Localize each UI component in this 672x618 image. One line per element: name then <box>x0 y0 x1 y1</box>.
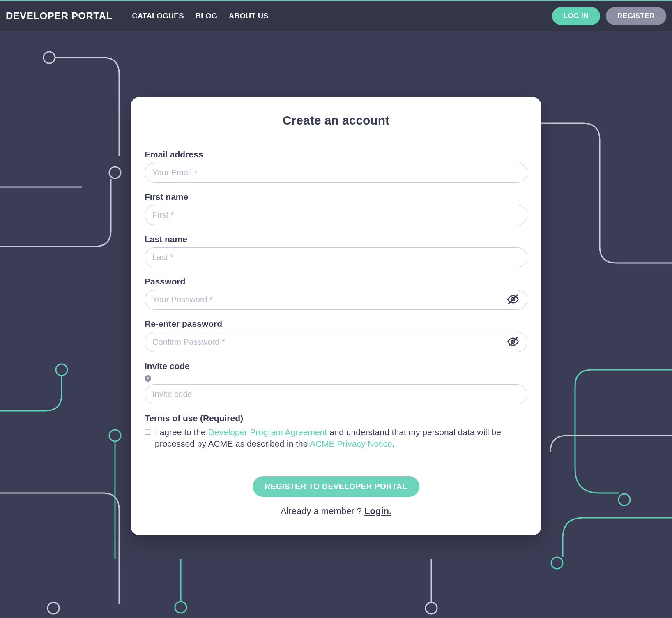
register-button[interactable]: REGISTER <box>606 7 666 25</box>
svg-point-3 <box>426 602 437 614</box>
form-actions: REGISTER TO DEVELOPER PORTAL Already a m… <box>145 476 527 517</box>
nav-catalogues[interactable]: CATALOGUES <box>132 12 184 21</box>
login-button[interactable]: LOG IN <box>552 7 601 25</box>
already-member-text: Already a member ? <box>281 506 364 516</box>
field-confirm-password: Re-enter password <box>145 319 527 352</box>
top-nav: DEVELOPER PORTAL CATALOGUES BLOG ABOUT U… <box>0 1 672 31</box>
nav-about-us[interactable]: ABOUT US <box>229 12 268 21</box>
terms-text: I agree to the Developer Program Agreeme… <box>155 427 527 450</box>
main-menu: CATALOGUES BLOG ABOUT US <box>132 12 269 21</box>
label-last-name: Last name <box>145 234 527 244</box>
terms-checkbox[interactable] <box>145 429 150 436</box>
toggle-confirm-visibility-button[interactable] <box>505 334 521 351</box>
password-input[interactable] <box>145 290 527 310</box>
field-last-name: Last name <box>145 234 527 267</box>
svg-point-2 <box>48 602 59 614</box>
help-icon[interactable]: ? <box>145 375 151 382</box>
email-input[interactable] <box>145 163 527 183</box>
label-terms: Terms of use (Required) <box>145 413 527 423</box>
eye-off-icon <box>507 300 519 307</box>
first-name-input[interactable] <box>145 205 527 225</box>
privacy-notice-link[interactable]: ACME Privacy Notice <box>310 439 392 448</box>
form-title: Create an account <box>145 113 527 127</box>
svg-point-6 <box>175 602 186 613</box>
terms-suffix: . <box>392 439 395 448</box>
label-password: Password <box>145 277 527 286</box>
label-email: Email address <box>145 150 527 159</box>
terms-prefix: I agree to the <box>155 427 208 437</box>
submit-register-button[interactable]: REGISTER TO DEVELOPER PORTAL <box>253 476 420 497</box>
brand-title[interactable]: DEVELOPER PORTAL <box>6 10 113 22</box>
login-link[interactable]: Login. <box>364 506 391 516</box>
register-card: Create an account Email address First na… <box>131 97 541 535</box>
toggle-password-visibility-button[interactable] <box>505 291 521 308</box>
confirm-password-input[interactable] <box>145 332 527 352</box>
invite-code-input[interactable] <box>145 384 527 404</box>
nav-blog[interactable]: BLOG <box>196 12 217 21</box>
field-terms: Terms of use (Required) I agree to the D… <box>145 413 527 450</box>
label-confirm-password: Re-enter password <box>145 319 527 329</box>
field-first-name: First name <box>145 192 527 225</box>
eye-off-icon <box>507 343 519 349</box>
field-password: Password <box>145 277 527 310</box>
developer-program-agreement-link[interactable]: Developer Program Agreement <box>208 427 327 437</box>
field-invite-code: Invite code ? <box>145 361 527 404</box>
last-name-input[interactable] <box>145 247 527 267</box>
page-content: Create an account Email address First na… <box>0 31 672 568</box>
label-first-name: First name <box>145 192 527 202</box>
label-invite-code: Invite code <box>145 361 527 371</box>
already-member-row: Already a member ? Login. <box>145 506 527 517</box>
field-email: Email address <box>145 150 527 183</box>
